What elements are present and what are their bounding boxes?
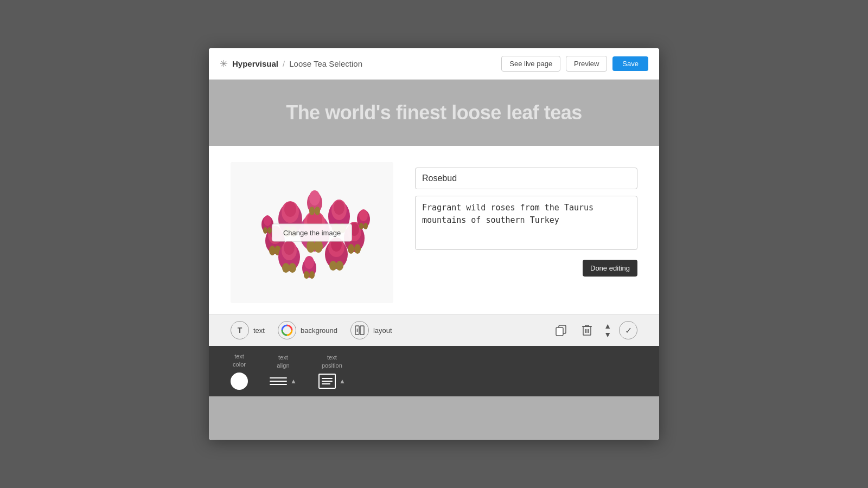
header-separator: /	[283, 59, 285, 68]
sub-toolbar: text color text align ▲ text position	[209, 346, 659, 396]
confirm-button[interactable]: ✓	[619, 321, 637, 339]
svg-point-46	[263, 227, 267, 234]
arrow-down-button[interactable]: ▼	[604, 331, 611, 338]
header: ✳ Hypervisual / Loose Tea Selection See …	[209, 48, 659, 80]
svg-rect-54	[360, 326, 364, 335]
svg-point-13	[334, 201, 344, 215]
svg-point-4	[307, 240, 315, 253]
text-tool-icon: T	[231, 321, 249, 339]
text-position-icon[interactable]	[318, 374, 336, 389]
hero-section: The world's finest loose leaf teas	[209, 80, 659, 146]
text-position-arrow[interactable]: ▲	[339, 377, 346, 385]
svg-point-41	[359, 209, 368, 221]
hero-title: The world's finest loose leaf teas	[220, 101, 648, 124]
text-tool-label: text	[253, 326, 265, 335]
svg-point-49	[304, 256, 314, 269]
svg-point-47	[267, 227, 272, 234]
text-position-control: ▲	[318, 374, 346, 389]
text-color-label: text color	[233, 352, 246, 368]
sub-tool-text-align: text align ▲	[270, 354, 297, 389]
copy-icon	[555, 324, 567, 336]
background-tool-icon	[278, 321, 296, 339]
svg-point-45	[264, 215, 271, 226]
text-align-control: ▲	[270, 374, 297, 389]
brand-name: Hypervisual	[232, 59, 278, 68]
background-tool-label: background	[301, 326, 337, 335]
form-fields: Fragrant wild roses from the Taurus moun…	[415, 162, 637, 282]
text-color-picker[interactable]	[231, 373, 248, 390]
save-button[interactable]: Save	[612, 56, 648, 71]
svg-point-38	[309, 207, 315, 215]
layout-icon-svg	[354, 325, 365, 336]
delete-button[interactable]	[578, 321, 596, 339]
toolbar-left: T text	[231, 321, 392, 339]
toolbar-item-text[interactable]: T text	[231, 321, 265, 339]
footer-gray	[209, 396, 659, 440]
svg-point-8	[284, 202, 296, 217]
svg-point-37	[309, 190, 320, 206]
header-actions: See live page Preview Save	[501, 56, 648, 72]
layout-tool-icon	[350, 321, 369, 339]
sub-tool-text-position: text position ▲	[318, 354, 346, 389]
toolbar-item-background[interactable]: background	[278, 321, 337, 339]
done-editing-area: Done editing	[415, 256, 637, 282]
project-name: Loose Tea Selection	[289, 59, 362, 68]
svg-point-28	[284, 241, 295, 255]
sub-tool-text-color: text color	[231, 352, 248, 390]
header-left: ✳ Hypervisual / Loose Tea Selection	[220, 58, 362, 70]
color-wheel-icon	[281, 324, 293, 336]
done-editing-button[interactable]: Done editing	[583, 260, 637, 277]
svg-point-5	[314, 240, 323, 253]
layout-tool-label: layout	[373, 326, 392, 335]
svg-point-35	[336, 261, 343, 271]
svg-point-51	[309, 271, 315, 279]
svg-rect-57	[556, 328, 563, 336]
arrow-up-button[interactable]: ▲	[604, 322, 611, 330]
text-align-label: text align	[277, 354, 289, 369]
product-name-input[interactable]	[415, 168, 637, 189]
svg-point-50	[304, 271, 309, 279]
app-window: ✳ Hypervisual / Loose Tea Selection See …	[209, 48, 659, 440]
puzzle-icon: ✳	[220, 58, 228, 70]
svg-point-43	[363, 223, 368, 229]
arrow-group: ▲ ▼	[604, 322, 611, 338]
product-description-input[interactable]: Fragrant wild roses from the Taurus moun…	[415, 196, 637, 250]
toolbar-right: ▲ ▼ ✓	[552, 321, 637, 339]
image-area: Change the image	[231, 162, 393, 303]
preview-button[interactable]: Preview	[566, 56, 607, 72]
svg-point-42	[359, 223, 363, 229]
text-align-icon[interactable]	[270, 374, 287, 389]
see-live-page-button[interactable]: See live page	[501, 56, 560, 72]
text-color-control	[231, 373, 248, 390]
toolbar-item-layout[interactable]: layout	[350, 321, 392, 339]
text-position-label: text position	[322, 354, 342, 369]
copy-button[interactable]	[552, 321, 570, 339]
toolbar: T text	[209, 314, 659, 346]
change-image-button[interactable]: Change the image	[272, 224, 352, 242]
svg-point-29	[282, 263, 290, 273]
trash-icon	[581, 324, 593, 337]
svg-point-39	[315, 207, 320, 215]
svg-point-24	[348, 244, 354, 254]
svg-point-30	[289, 263, 296, 273]
text-align-arrow[interactable]: ▲	[290, 377, 297, 385]
svg-point-34	[329, 261, 337, 271]
svg-point-25	[354, 244, 361, 254]
content-section: Change the image Fragrant wild roses fro…	[209, 146, 659, 314]
